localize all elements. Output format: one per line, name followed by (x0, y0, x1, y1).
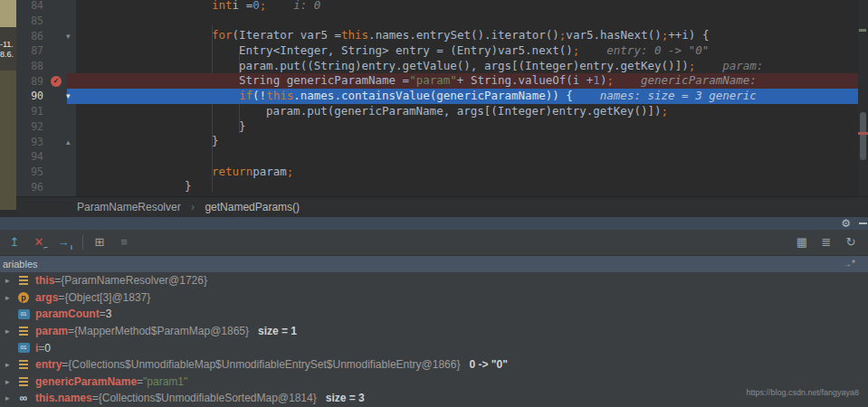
variable-string-value: "param1" (143, 375, 187, 388)
code-line-85: 85 (16, 14, 868, 29)
editor-scrollbar[interactable] (858, 0, 868, 196)
gutter-markers: ▾ (43, 28, 76, 43)
line-number: 95 (16, 166, 43, 178)
code-token: int (212, 0, 233, 14)
scrollbar-thumb[interactable] (860, 112, 866, 160)
primitive-icon: 01 (16, 308, 31, 320)
remove-x-icon[interactable]: ✕⌐ (28, 233, 50, 251)
parameter-icon: p (18, 292, 29, 303)
code-token: ; (559, 28, 567, 43)
variable-name: this.names (35, 392, 92, 404)
code-line-87: 87Entry<Integer, String> entry = (Entry)… (16, 43, 868, 59)
code-token: .names.containsValue(genericParamName)) … (293, 89, 573, 104)
code-line-84: 84int i = 0;i: 0 (16, 0, 868, 14)
breadcrumb-class[interactable]: ParamNameResolver (77, 201, 181, 213)
hide-panel-icon[interactable] (859, 222, 867, 224)
variable-row[interactable]: ▸genericParamName = "param1" (0, 374, 868, 391)
fold-marker-icon[interactable]: ▾ (66, 89, 71, 103)
variable-value: {Object[3]@1837} (64, 291, 150, 304)
value-icon (19, 276, 28, 278)
expand-arrow-icon[interactable]: ▸ (5, 393, 16, 402)
equals-sign: = (68, 325, 74, 337)
settings-gear-icon[interactable]: ⚙ (841, 217, 851, 230)
fold-marker-icon[interactable]: ▴ (66, 135, 71, 149)
parameter-icon: p (16, 291, 31, 304)
variable-row[interactable]: 01paramCount = 3 (0, 306, 868, 323)
arrow-star-icon[interactable]: →* (843, 256, 855, 272)
code-token: ; (662, 104, 669, 119)
code-text: } (76, 179, 868, 194)
variable-value: {Collections$UnmodifiableMap$Unmodifiabl… (68, 358, 460, 371)
breadcrumb-method[interactable]: getNamedParams() (205, 201, 300, 213)
variable-row[interactable]: ▸this = {ParamNameResolver@1726} (0, 272, 868, 289)
primitive-icon: 01 (18, 309, 30, 319)
code-text: int i = 0;i: 0 (76, 0, 868, 14)
breakpoint-icon[interactable]: ✓ (51, 76, 62, 87)
code-token: ; (606, 73, 614, 89)
code-token: ) (600, 73, 607, 89)
variable-name: args (35, 291, 58, 304)
code-token: (! (253, 89, 266, 104)
primitive-icon: 01 (16, 342, 31, 355)
inline-debug-hint: i: 0 (293, 0, 320, 14)
stack-icon[interactable]: ≣ (816, 233, 837, 251)
filmstrip-icon[interactable]: ▦ (791, 233, 813, 251)
sliver-label-2: 8.6. (0, 50, 16, 60)
list-view-icon[interactable]: ≡ (113, 233, 135, 251)
variables-panel-header: ariables →* (0, 256, 868, 272)
stack-icon: ≣ (822, 235, 832, 249)
variable-row[interactable]: ▸pargs = {Object[3]@1837} (0, 289, 868, 307)
arrow-i-icon[interactable]: →I (52, 233, 74, 251)
code-token: } (239, 119, 246, 135)
line-number: 89 (16, 75, 43, 88)
code-token: param.put(genericParamName, args[(Intege… (266, 104, 662, 119)
refresh-gauge-icon[interactable]: ↻ (840, 233, 862, 251)
debug-toolbar-right: ▦≣↻ (791, 230, 864, 255)
variable-extra-info: size = 1 (258, 325, 297, 337)
code-text: param.put(genericParamName, args[(Intege… (76, 104, 868, 119)
variable-name: entry (35, 358, 62, 371)
code-line-88: 88param.put((String)entry.getValue(), ar… (16, 59, 868, 74)
code-line-94: 94 (16, 149, 868, 165)
variable-name: param (35, 325, 68, 337)
variables-tree[interactable]: ▸this = {ParamNameResolver@1726}▸pargs =… (0, 272, 868, 407)
remove-x-icon-sub: ⌐ (43, 244, 48, 251)
code-token: var5.hasNext() (566, 28, 661, 43)
equals-sign: = (137, 375, 143, 388)
ide-debug-window: -11. 8.6. 84int i = 0;i: 08586▾for(Itera… (0, 0, 868, 407)
variable-primitive-value: 0 (44, 342, 51, 355)
primitive-icon: 01 (18, 343, 30, 353)
line-number: 88 (16, 60, 43, 72)
equals-sign: = (62, 358, 68, 371)
code-token: } (185, 179, 192, 194)
value-icon (16, 375, 31, 388)
fold-marker-icon[interactable]: ▾ (66, 29, 71, 43)
value-icon (16, 358, 31, 371)
equals-sign: = (92, 392, 99, 404)
expand-arrow-icon[interactable]: ▸ (5, 377, 16, 386)
code-token: ; (662, 28, 669, 43)
code-token: i = (233, 0, 253, 14)
code-editor[interactable]: 84int i = 0;i: 08586▾for(Iterator var5 =… (16, 0, 868, 196)
watch-icon: ∞ (20, 393, 28, 403)
expand-arrow-icon[interactable]: ▸ (5, 293, 16, 302)
arrow-i-icon-sub: I (71, 244, 72, 251)
expand-arrow-icon[interactable]: ▸ (5, 360, 16, 369)
variable-row[interactable]: ▸∞this.names = {Collections$Unmodifiable… (0, 390, 868, 407)
gutter-markers (43, 179, 76, 194)
code-token: if (239, 89, 253, 104)
expand-arrow-icon[interactable]: ▸ (5, 327, 16, 336)
line-number: 87 (16, 44, 43, 57)
value-icon (16, 325, 31, 337)
line-number: 90 (16, 90, 43, 102)
variable-row[interactable]: ▸param = {MapperMethod$ParamMap@1865}siz… (0, 323, 868, 340)
variable-row[interactable]: 01i = 0 (0, 339, 868, 356)
remove-x-icon: ✕ (34, 235, 44, 249)
code-text: } (76, 119, 868, 135)
grid-view-icon[interactable]: ⊞ (89, 233, 110, 251)
refresh-gauge-icon: ↻ (846, 235, 856, 249)
expand-arrow-icon[interactable]: ▸ (5, 276, 16, 285)
arrow-up-icon[interactable]: ↥ (4, 233, 25, 251)
variable-row[interactable]: ▸entry = {Collections$UnmodifiableMap$Un… (0, 356, 868, 374)
code-line-96: 96} (16, 179, 868, 194)
